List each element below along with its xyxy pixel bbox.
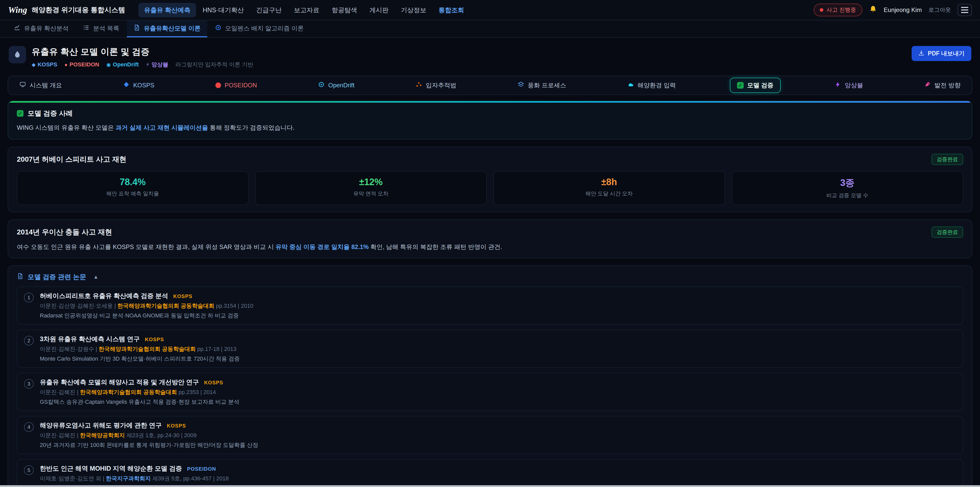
- paper-journal: 한국해양공학회지: [80, 432, 125, 439]
- nav-item-hns-dispersion[interactable]: HNS·대기확산: [197, 3, 249, 18]
- paper-row[interactable]: 1 허베이스피리트호 유출유 확산예측 검증 분석KOSPS 이문진·김선영·김…: [17, 287, 963, 324]
- paper-model-tag: POSEIDON: [187, 466, 216, 472]
- section-nav: 시스템 개요 KOSPS POSEIDON OpenDrift 입자추적법 풍화…: [8, 76, 972, 95]
- case-title: 2007년 허베이 스피리트 사고 재현: [17, 155, 126, 164]
- paper-title: 유출유 확산예측 모델의 해양사고 적용 및 개선방안 연구: [40, 378, 199, 386]
- paper-citation: 이재호·임병준·김도연 외 | 한국지구과학회지 제39권 5호, pp.436…: [40, 475, 248, 482]
- section-tab-poseidon[interactable]: POSEIDON: [208, 78, 264, 93]
- monitor-icon: [19, 81, 26, 89]
- paper-row[interactable]: 2 3차원 유출유 확산예측 시스템 연구KOSPS 이문진·김혜진·강원수 |…: [17, 330, 963, 368]
- paper-row[interactable]: 4 해양유류오염사고 위해도 평가에 관한 연구KOSPS 이문진·김혜진 | …: [17, 416, 963, 454]
- paper-citation: 이문진·김혜진 | 한국해양과학기술협의회 공동학술대회 pp.2353 | 2…: [40, 388, 239, 396]
- diamond-icon: [123, 81, 130, 89]
- paper-row[interactable]: 3 유출유 확산예측 모델의 해양사고 적용 및 개선방안 연구KOSPS 이문…: [17, 373, 963, 411]
- alert-dot-icon: [820, 8, 823, 12]
- nav-item-emergency-rescue[interactable]: 긴급구난: [250, 3, 287, 18]
- paper-number: 2: [24, 336, 34, 345]
- case-title: 2014년 우이산 충돌 사고 재현: [17, 227, 112, 237]
- page-subtitle: 라그랑지안 입자추적 이론 기반: [176, 61, 253, 69]
- section-tab-particle-tracking[interactable]: 입자추적법: [408, 78, 463, 93]
- paper-row[interactable]: 5 한반도 인근 해역 MOHID 지역 해양순환 모델 검증POSEIDON …: [17, 459, 963, 487]
- paper-number: 1: [24, 293, 34, 302]
- app-title: 해양환경 위기대응 통합시스템: [32, 5, 125, 14]
- hebei-case-card: 2007년 허베이 스피리트 사고 재현 검증완료 78.4% 해안 표착 예측…: [8, 147, 972, 212]
- stat-value: ±12%: [260, 177, 482, 187]
- section-tab-model-validation[interactable]: ✓ 모델 검증: [730, 78, 781, 93]
- menu-button[interactable]: [958, 4, 972, 16]
- brand: Wing 해양환경 위기대응 통합시스템: [8, 5, 125, 15]
- paper-description: GS칼텍스 송유관·Captain Vangelis 유출사고 적용 검증·현장…: [40, 398, 239, 406]
- paper-description: Monte Carlo Simulation 기반 3D 확산모델·허베이 스피…: [40, 355, 240, 362]
- stat-value: 78.4%: [21, 177, 244, 187]
- main-menu: 유출유 확산예측 HNS·대기확산 긴급구난 보고자료 항공탐색 게시판 기상정…: [138, 3, 469, 18]
- cloud-icon: [627, 81, 634, 89]
- paper-journal: 한국지구과학회지: [106, 475, 151, 482]
- check-icon: ✓: [17, 110, 24, 117]
- stat-landfall-accuracy: 78.4% 해안 표착 예측 일치율: [17, 171, 248, 205]
- nav-item-spill-prediction[interactable]: 유출유 확산예측: [138, 3, 196, 18]
- nav-item-integrated-search[interactable]: 통합조회: [433, 3, 469, 18]
- topnav-right: 사고 진행중 Eunjeong Kim 로그아웃: [814, 3, 972, 16]
- stat-label: 유막 면적 오차: [260, 190, 482, 197]
- verification-note-text: WING 시스템의 유출유 확산 모델은 과거 실제 사고 재현 시뮬레이션을 …: [17, 124, 963, 132]
- model-tag-poseidon: ●POSEIDON: [64, 61, 99, 68]
- section-tab-ensemble[interactable]: 앙상블: [827, 78, 870, 93]
- stat-value: ±8h: [498, 177, 721, 187]
- chart-icon: [14, 24, 21, 32]
- section-tab-opendrift[interactable]: OpenDrift: [311, 78, 362, 93]
- paper-title: 해양유류오염사고 위해도 평가에 관한 연구: [40, 421, 162, 430]
- nav-item-aerial-search[interactable]: 항공탐색: [326, 3, 363, 18]
- section-tab-ocean-input[interactable]: 해양환경 입력: [620, 78, 683, 93]
- paper-model-tag: KOSPS: [167, 423, 186, 429]
- section-tab-overview[interactable]: 시스템 개요: [12, 78, 69, 93]
- papers-card: 모델 검증 관련 논문 ▲ 1 허베이스피리트호 유출유 확산예측 검증 분석K…: [8, 265, 972, 487]
- paper-title: 허베이스피리트호 유출유 확산예측 검증 분석: [40, 292, 168, 300]
- collapse-icon[interactable]: ▲: [94, 274, 99, 280]
- stat-model-count: 3종 비교 검증 모델 수: [732, 171, 963, 205]
- nav-item-reports[interactable]: 보고자료: [288, 3, 325, 18]
- tab-model-theory[interactable]: 유출유확산모델 이론: [127, 21, 207, 37]
- wing-logo: Wing: [8, 5, 27, 15]
- model-tag-ensemble: ⚡앙상블: [146, 61, 169, 69]
- tab-spill-analysis[interactable]: 유출유 확산분석: [7, 21, 75, 37]
- paper-model-tag: KOSPS: [145, 337, 164, 342]
- tab-oilfence-theory[interactable]: 오일펜스 배치 알고리즘 이론: [208, 21, 310, 37]
- paper-journal: 한국해양과학기술협의회 공동학술대회: [99, 346, 196, 352]
- stat-label: 해안 도달 시간 오차: [498, 190, 721, 197]
- incident-status-badge[interactable]: 사고 진행중: [814, 3, 862, 16]
- section-tab-kosps[interactable]: KOSPS: [116, 78, 162, 93]
- page-header-text: 유출유 확산 모델 이론 및 검증 ◆KOSPS ●POSEIDON ◉Open…: [32, 46, 253, 69]
- wuisan-case-card: 2014년 우이산 충돌 사고 재현 검증완료 여수 오동도 인근 원유 유출 …: [8, 219, 972, 258]
- tab-analysis-list[interactable]: 분석 목록: [76, 21, 126, 37]
- stat-label: 비교 검증 모델 수: [736, 192, 959, 199]
- verification-note-title-row: ✓ 모델 검증 사례: [17, 109, 963, 118]
- paper-model-tag: KOSPS: [204, 380, 223, 386]
- document-icon: [134, 24, 140, 32]
- paper-description: 20년 과거자료 기반 100회 몬테카를로 통계 위험평가·가로림만 해안/어…: [40, 441, 258, 449]
- paper-citation: 이문진·김선영·김혜진·오세웅 | 한국해양과학기술협의회 공동학술대회 pp.…: [40, 302, 253, 310]
- viewport-bottom-edge: [0, 485, 980, 487]
- top-navbar: Wing 해양환경 위기대응 통합시스템 유출유 확산예측 HNS·대기확산 긴…: [0, 0, 980, 21]
- paper-description: Radarsat 인공위성영상 비교 분석·NOAA GNOME과 동일 입력조…: [40, 312, 253, 319]
- paper-journal: 한국해양과학기술협의회 공동학술대회: [118, 303, 215, 309]
- section-tab-roadmap[interactable]: 발전 방향: [917, 78, 968, 93]
- papers-header[interactable]: 모델 검증 관련 논문 ▲: [17, 273, 963, 281]
- model-tagline: ◆KOSPS ●POSEIDON ◉OpenDrift ⚡앙상블 라그랑지안 입…: [32, 61, 253, 69]
- paper-number: 3: [24, 379, 34, 389]
- stat-area-error: ±12% 유막 면적 오차: [255, 171, 487, 205]
- user-name: Eunjeong Kim: [884, 6, 922, 14]
- nav-item-board[interactable]: 게시판: [364, 3, 394, 18]
- paper-citation: 이문진·김혜진 | 한국해양공학회지 제23권 1호, pp.24-30 | 2…: [40, 431, 258, 439]
- paper-title: 한반도 인근 해역 MOHID 지역 해양순환 모델 검증: [40, 464, 182, 473]
- logout-button[interactable]: 로그아웃: [928, 6, 951, 14]
- nav-item-weather-info[interactable]: 기상정보: [395, 3, 432, 18]
- section-tab-weathering[interactable]: 풍화 프로세스: [511, 78, 573, 93]
- list-icon: [83, 24, 89, 32]
- rocket-icon: [924, 81, 931, 89]
- paper-number: 4: [24, 422, 34, 432]
- app-window: Wing 해양환경 위기대응 통합시스템 유출유 확산예측 HNS·대기확산 긴…: [0, 0, 980, 487]
- pdf-export-button[interactable]: PDF 내보내기: [912, 46, 971, 61]
- page-header: 유출유 확산 모델 이론 및 검증 ◆KOSPS ●POSEIDON ◉Open…: [9, 46, 971, 69]
- stat-value: 3종: [736, 177, 959, 189]
- notification-bell-button[interactable]: [869, 5, 877, 15]
